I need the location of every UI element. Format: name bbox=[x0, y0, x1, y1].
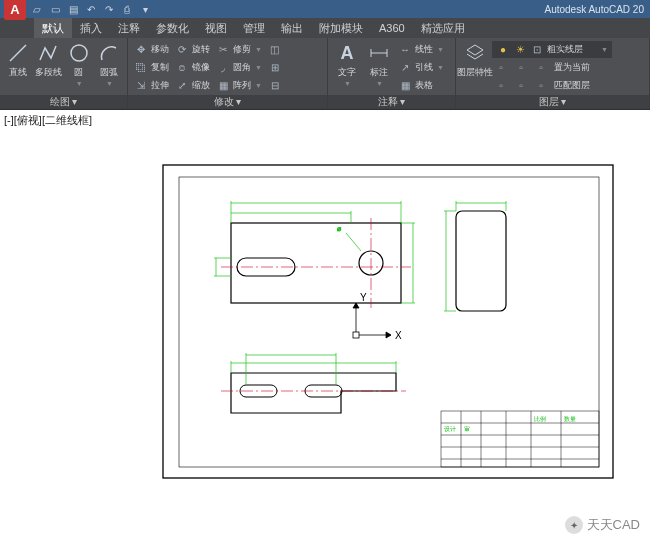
match-layer-label: 匹配图层 bbox=[554, 79, 590, 92]
svg-marker-32 bbox=[386, 332, 391, 338]
save-icon[interactable]: ▤ bbox=[66, 2, 80, 16]
tab-annotate[interactable]: 注释 bbox=[110, 18, 148, 38]
tab-view[interactable]: 视图 bbox=[197, 18, 235, 38]
open-icon[interactable]: ▭ bbox=[48, 2, 62, 16]
fillet-button[interactable]: ◞圆角▼ bbox=[214, 59, 264, 76]
text-button[interactable]: A 文字 ▼ bbox=[332, 41, 362, 87]
dimension-icon bbox=[367, 41, 391, 65]
qat-dropdown-icon[interactable]: ▾ bbox=[138, 2, 152, 16]
layer-name-label: 粗实线层 bbox=[547, 43, 583, 56]
undo-icon[interactable]: ↶ bbox=[84, 2, 98, 16]
svg-rect-6 bbox=[179, 177, 599, 467]
app-logo[interactable]: A bbox=[4, 0, 26, 20]
front-view-dims: ⌀ bbox=[214, 201, 415, 303]
title-block-text: 设计审 比例数量 bbox=[444, 416, 576, 432]
layer-selector[interactable]: ● ☀ ⊡ 粗实线层 ▼ bbox=[492, 41, 612, 58]
panel-layers: 图层特性 ● ☀ ⊡ 粗实线层 ▼ ▫ ▫ ▫ 置为当前 ▫ bbox=[456, 38, 650, 109]
stretch-icon: ⇲ bbox=[134, 79, 148, 93]
tab-default[interactable]: 默认 bbox=[34, 18, 72, 38]
scale-label: 缩放 bbox=[192, 79, 210, 92]
dimension-button[interactable]: 标注 ▼ bbox=[364, 41, 394, 87]
svg-line-0 bbox=[10, 45, 26, 61]
layer-tool-icon: ▫ bbox=[514, 61, 528, 75]
trim-button[interactable]: ✂修剪▼ bbox=[214, 41, 264, 58]
panel-draw-title[interactable]: 绘图 ▾ bbox=[0, 95, 127, 109]
print-icon[interactable]: ⎙ bbox=[120, 2, 134, 16]
viewport-label[interactable]: [-][俯视][二维线框] bbox=[0, 110, 650, 131]
mirror-icon: ⎊ bbox=[175, 61, 189, 75]
leader-label: 引线 bbox=[415, 61, 433, 74]
mirror-label: 镜像 bbox=[192, 61, 210, 74]
modify-extra3[interactable]: ⊟ bbox=[266, 77, 284, 94]
scale-icon: ⤢ bbox=[175, 79, 189, 93]
copy-icon: ⿻ bbox=[134, 61, 148, 75]
extra-icon: ◫ bbox=[268, 43, 282, 57]
new-icon[interactable]: ▱ bbox=[30, 2, 44, 16]
svg-text:⌀: ⌀ bbox=[337, 225, 341, 232]
ucs-icon bbox=[353, 303, 391, 338]
fillet-label: 圆角 bbox=[233, 61, 251, 74]
watermark-text: 天天CAD bbox=[587, 516, 640, 534]
modify-extra2[interactable]: ⊞ bbox=[266, 59, 284, 76]
polyline-label: 多段线 bbox=[35, 66, 62, 79]
arc-button[interactable]: 圆弧 ▼ bbox=[95, 41, 123, 87]
line-button[interactable]: 直线 bbox=[4, 41, 32, 79]
array-label: 阵列 bbox=[233, 79, 251, 92]
scale-button[interactable]: ⤢缩放 bbox=[173, 77, 212, 94]
copy-button[interactable]: ⿻复制 bbox=[132, 59, 171, 76]
drawing-canvas[interactable]: ⌀ X Y bbox=[0, 131, 650, 542]
layer-tool-icon: ▫ bbox=[534, 61, 548, 75]
panel-layers-title[interactable]: 图层 ▾ bbox=[456, 95, 649, 109]
linear-button[interactable]: ↔线性▼ bbox=[396, 41, 446, 58]
wechat-icon: ✦ bbox=[565, 516, 583, 534]
layer-properties-button[interactable]: 图层特性 bbox=[460, 41, 490, 79]
modify-extra1[interactable]: ◫ bbox=[266, 41, 284, 58]
panel-modify-title[interactable]: 修改 ▾ bbox=[128, 95, 327, 109]
match-layer-button[interactable]: 匹配图层 bbox=[552, 77, 592, 94]
tab-addins[interactable]: 附加模块 bbox=[311, 18, 371, 38]
chevron-down-icon: ▼ bbox=[76, 80, 83, 87]
layer-tool1[interactable]: ▫ bbox=[492, 59, 510, 76]
text-label: 文字 bbox=[338, 66, 356, 79]
mirror-button[interactable]: ⎊镜像 bbox=[173, 59, 212, 76]
tab-output[interactable]: 输出 bbox=[273, 18, 311, 38]
table-icon: ▦ bbox=[398, 79, 412, 93]
chevron-down-icon: ▼ bbox=[106, 80, 113, 87]
svg-text:审: 审 bbox=[464, 425, 470, 432]
tab-insert[interactable]: 插入 bbox=[72, 18, 110, 38]
lightbulb-icon: ● bbox=[496, 43, 510, 57]
redo-icon[interactable]: ↷ bbox=[102, 2, 116, 16]
layer-tool4[interactable]: ▫ bbox=[492, 77, 510, 94]
ribbon: 直线 多段线 圆 ▼ 圆弧 ▼ 绘图 ▾ ✥移动 ⿻复制 bbox=[0, 38, 650, 110]
trim-label: 修剪 bbox=[233, 43, 251, 56]
circle-button[interactable]: 圆 ▼ bbox=[65, 41, 93, 87]
make-current-button[interactable]: 置为当前 bbox=[552, 59, 592, 76]
tab-a360[interactable]: A360 bbox=[371, 18, 413, 38]
layer-tool5[interactable]: ▫ bbox=[512, 77, 530, 94]
move-button[interactable]: ✥移动 bbox=[132, 41, 171, 58]
drawing-content: ⌀ X Y bbox=[161, 163, 615, 480]
rotate-button[interactable]: ⟳旋转 bbox=[173, 41, 212, 58]
layer-props-label: 图层特性 bbox=[457, 66, 493, 79]
extra-icon: ⊟ bbox=[268, 79, 282, 93]
stretch-button[interactable]: ⇲拉伸 bbox=[132, 77, 171, 94]
tab-featured[interactable]: 精选应用 bbox=[413, 18, 473, 38]
polyline-button[interactable]: 多段线 bbox=[34, 41, 62, 79]
svg-text:数量: 数量 bbox=[564, 416, 576, 422]
arc-icon bbox=[97, 41, 121, 65]
layer-tool2[interactable]: ▫ bbox=[512, 59, 530, 76]
leader-button[interactable]: ↗引线▼ bbox=[396, 59, 446, 76]
layer-tool3[interactable]: ▫ bbox=[532, 59, 550, 76]
tab-parametric[interactable]: 参数化 bbox=[148, 18, 197, 38]
arc-label: 圆弧 bbox=[100, 66, 118, 79]
layer-tool-icon: ▫ bbox=[494, 61, 508, 75]
panel-annotate-title[interactable]: 注释 ▾ bbox=[328, 95, 455, 109]
table-button[interactable]: ▦表格 bbox=[396, 77, 446, 94]
array-button[interactable]: ▦阵列▼ bbox=[214, 77, 264, 94]
linear-label: 线性 bbox=[415, 43, 433, 56]
rotate-label: 旋转 bbox=[192, 43, 210, 56]
layer-tool6[interactable]: ▫ bbox=[532, 77, 550, 94]
tab-manage[interactable]: 管理 bbox=[235, 18, 273, 38]
trim-icon: ✂ bbox=[216, 43, 230, 57]
chevron-down-icon: ▼ bbox=[376, 80, 383, 87]
